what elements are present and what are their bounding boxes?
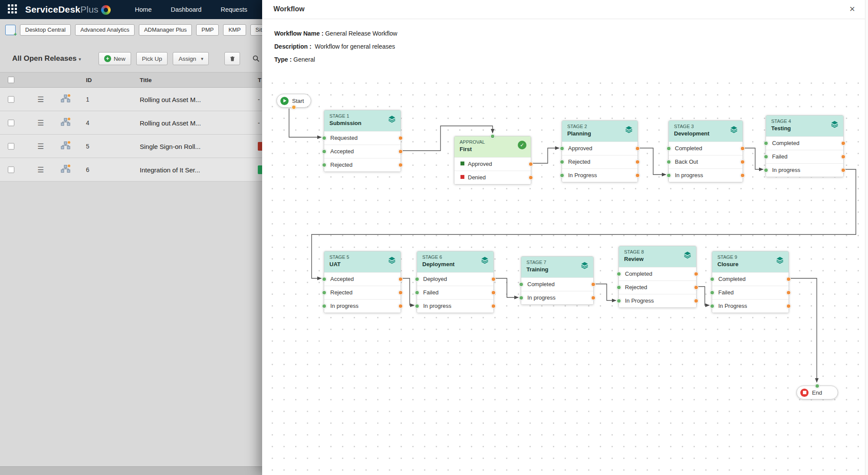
status-row[interactable]: Requested	[324, 131, 401, 145]
search-button[interactable]	[252, 55, 260, 63]
status-row[interactable]: Rejected	[324, 286, 401, 299]
port-out[interactable]	[741, 174, 744, 177]
start-node[interactable]: Start	[276, 94, 311, 108]
port-in[interactable]	[491, 135, 494, 138]
stage-node-planning[interactable]: STAGE 2 Planning Approved Rejected In Pr…	[562, 120, 638, 182]
port-out[interactable]	[787, 304, 790, 308]
port-out[interactable]	[636, 160, 639, 164]
select-all-checkbox[interactable]	[8, 77, 14, 83]
port-out[interactable]	[399, 304, 402, 308]
stage-node-uat[interactable]: STAGE 5 UAT Accepted Rejected In progres…	[324, 251, 401, 313]
port-in[interactable]	[322, 136, 326, 140]
status-row[interactable]: In progress	[521, 291, 593, 304]
stage-node-review[interactable]: STAGE 8 Review Completed Rejected In Pro…	[618, 246, 697, 308]
tab-advanced-analytics[interactable]: Advanced Analytics	[75, 24, 135, 36]
port-out[interactable]	[399, 150, 402, 153]
port-in[interactable]	[322, 277, 326, 281]
port-in[interactable]	[710, 304, 714, 308]
status-row[interactable]: In Progress	[562, 168, 638, 182]
row-checkbox[interactable]	[8, 166, 14, 173]
port-in[interactable]	[560, 174, 564, 177]
end-node[interactable]: End	[796, 386, 838, 399]
port-out[interactable]	[787, 277, 790, 281]
port-out[interactable]	[636, 147, 639, 150]
status-row[interactable]: Back Out	[669, 155, 743, 168]
port-in[interactable]	[560, 147, 564, 150]
row-actions-icon[interactable]: ☰	[37, 142, 44, 151]
status-row[interactable]: Deployed	[417, 272, 493, 286]
row-actions-icon[interactable]: ☰	[37, 165, 44, 174]
status-row[interactable]: Denied	[454, 171, 531, 184]
status-row[interactable]: Completed	[766, 136, 843, 150]
status-row[interactable]: Rejected	[324, 158, 401, 172]
port-in[interactable]	[415, 291, 419, 294]
port-in[interactable]	[322, 150, 326, 153]
tab-desktop-central[interactable]: Desktop Central	[20, 24, 71, 36]
status-row[interactable]: Failed	[766, 150, 843, 163]
port-in[interactable]	[617, 299, 621, 303]
status-row[interactable]: In Progress	[712, 299, 789, 313]
approval-node-first[interactable]: APPROVAL First ✓ Approved Denied	[454, 136, 531, 185]
port-in[interactable]	[322, 291, 326, 294]
port-in[interactable]	[667, 147, 671, 150]
nav-item-requests[interactable]: Requests	[220, 6, 247, 13]
port-out[interactable]	[694, 272, 698, 276]
port-in[interactable]	[617, 272, 621, 276]
status-row[interactable]: Completed	[712, 272, 789, 286]
status-row[interactable]: Rejected	[562, 155, 638, 168]
port-out[interactable]	[399, 163, 402, 167]
port-out[interactable]	[529, 162, 533, 166]
status-row[interactable]: Failed	[417, 286, 493, 299]
row-actions-icon[interactable]: ☰	[37, 118, 44, 127]
port-in[interactable]	[519, 283, 523, 286]
status-row[interactable]: In progress	[324, 299, 401, 313]
port-out[interactable]	[292, 106, 296, 109]
port-out[interactable]	[694, 299, 698, 303]
port-out[interactable]	[592, 283, 595, 286]
nav-item-dashboard[interactable]: Dashboard	[171, 6, 201, 13]
apps-grid-icon[interactable]	[8, 4, 18, 15]
stage-node-testing[interactable]: STAGE 4 Testing Completed Failed In prog…	[766, 115, 844, 177]
nav-item-home[interactable]: Home	[135, 6, 152, 13]
tab-kmp[interactable]: KMP	[223, 24, 246, 36]
status-row[interactable]: Rejected	[619, 280, 696, 294]
status-row[interactable]: Accepted	[324, 145, 401, 158]
port-in[interactable]	[764, 168, 768, 172]
port-out[interactable]	[592, 296, 595, 300]
tab-pmp[interactable]: PMP	[196, 24, 219, 36]
port-in[interactable]	[764, 155, 768, 158]
port-in[interactable]	[617, 286, 621, 289]
status-row[interactable]: In Progress	[619, 294, 696, 307]
port-out[interactable]	[399, 291, 402, 294]
port-out[interactable]	[492, 291, 495, 294]
status-row[interactable]: In progress	[766, 163, 843, 177]
port-out[interactable]	[741, 147, 744, 150]
new-button[interactable]: + New	[99, 52, 131, 65]
row-checkbox[interactable]	[8, 96, 14, 102]
port-out[interactable]	[842, 142, 845, 145]
row-checkbox[interactable]	[8, 143, 14, 149]
pickup-button[interactable]: Pick Up	[136, 52, 168, 65]
row-checkbox[interactable]	[8, 119, 14, 126]
release-title[interactable]: Rolling out Asset M...	[140, 119, 201, 126]
port-in[interactable]	[667, 160, 671, 164]
port-in[interactable]	[415, 304, 419, 308]
port-out[interactable]	[399, 277, 402, 281]
stage-node-training[interactable]: STAGE 7 Training Completed In progress	[521, 256, 594, 305]
modal-scrollbar[interactable]	[865, 0, 868, 475]
port-out[interactable]	[492, 277, 495, 281]
release-title[interactable]: Integration of It Ser...	[140, 166, 200, 173]
row-actions-icon[interactable]: ☰	[37, 95, 44, 104]
stage-node-closure[interactable]: STAGE 9 Closure Completed Failed In Prog…	[712, 251, 789, 313]
port-in[interactable]	[519, 296, 523, 300]
port-in[interactable]	[322, 163, 326, 167]
port-out[interactable]	[529, 176, 533, 179]
port-out[interactable]	[492, 304, 495, 308]
status-row[interactable]: In progress	[669, 168, 743, 182]
port-out[interactable]	[842, 155, 845, 158]
port-out[interactable]	[787, 291, 790, 294]
status-row[interactable]: Completed	[521, 277, 593, 291]
stage-node-submission[interactable]: STAGE 1 Submission Requested Accepted Re…	[324, 110, 401, 172]
port-in[interactable]	[667, 174, 671, 177]
stage-node-development[interactable]: STAGE 3 Development Completed Back Out I…	[668, 120, 743, 182]
